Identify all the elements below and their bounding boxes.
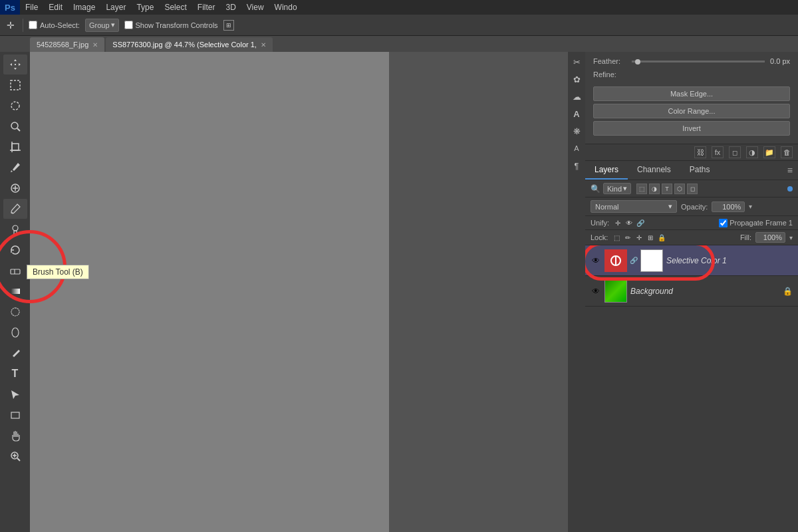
tab-channels[interactable]: Channels: [628, 161, 680, 180]
layers-fx-icon[interactable]: fx: [712, 146, 724, 158]
menu-filter[interactable]: Filter: [192, 0, 221, 15]
layer-background[interactable]: 👁 Background 🔒: [585, 276, 798, 307]
canvas-area[interactable]: [30, 52, 568, 532]
move-tool-btn[interactable]: [3, 55, 27, 74]
lock-all-icon[interactable]: 🔒: [657, 233, 666, 242]
history-brush-tool-btn[interactable]: [3, 240, 27, 260]
path-select-tool-btn[interactable]: [3, 384, 27, 404]
menu-type[interactable]: Type: [131, 0, 159, 15]
layers-trash-icon[interactable]: 🗑: [781, 146, 793, 158]
layer-link-selective[interactable]: 🔗: [630, 257, 637, 264]
heal-tool-btn[interactable]: [3, 178, 27, 198]
opacity-value[interactable]: 100%: [712, 201, 745, 212]
kind-pixel-icon[interactable]: ⬚: [636, 184, 647, 194]
dodge-tool-btn[interactable]: [3, 323, 27, 342]
lasso-tool-btn[interactable]: [3, 96, 27, 116]
group-label: Group: [89, 21, 110, 29]
rstrip-flower[interactable]: ❋: [569, 124, 584, 138]
feather-row: Feather: 0.0 px: [593, 57, 790, 65]
menu-image[interactable]: Image: [68, 0, 100, 15]
tab-file2[interactable]: SS8776300.jpg @ 44.7% (Selective Color 1…: [106, 37, 273, 52]
kind-label: Kind: [607, 185, 622, 193]
layers-unify-row: Unify: ✛ 👁 🔗 Propagate Frame 1: [585, 216, 798, 230]
menu-select[interactable]: Select: [159, 0, 192, 15]
mask-edge-button[interactable]: Mask Edge...: [593, 86, 790, 101]
rstrip-para[interactable]: ¶: [569, 158, 584, 173]
lock-transparency-icon[interactable]: ⬚: [612, 233, 621, 242]
rstrip-scissors[interactable]: ✂: [569, 55, 584, 69]
shape-tool-btn[interactable]: [3, 405, 27, 425]
kind-shape-icon[interactable]: ⬡: [674, 184, 685, 194]
group-dropdown[interactable]: Group ▾: [85, 19, 119, 32]
invert-button[interactable]: Invert: [593, 121, 790, 136]
propagate-checkbox[interactable]: [719, 219, 728, 227]
unify-eye-icon[interactable]: 👁: [624, 218, 634, 227]
align-icon[interactable]: ⊞: [223, 20, 234, 31]
auto-select-checkbox-label[interactable]: Auto-Select:: [29, 21, 80, 29]
menu-3d[interactable]: 3D: [220, 0, 241, 15]
propagate-frame-row: Propagate Frame 1: [719, 219, 793, 227]
tab-close-2[interactable]: ✕: [261, 41, 266, 49]
tab-close-1[interactable]: ✕: [92, 41, 98, 49]
eyedropper-tool-btn[interactable]: [3, 158, 27, 178]
rstrip-cloud[interactable]: ☁: [569, 89, 584, 104]
fill-arrow[interactable]: ▾: [789, 234, 793, 241]
tab-paths[interactable]: Paths: [680, 161, 720, 180]
brush-tool-btn[interactable]: [3, 199, 27, 219]
layer-eye-background[interactable]: 👁: [591, 286, 601, 297]
svg-rect-13: [11, 269, 20, 274]
feather-slider[interactable]: [632, 61, 765, 63]
lock-move-icon[interactable]: ✛: [634, 233, 644, 242]
layers-menu-button[interactable]: ≡: [782, 162, 798, 178]
auto-select-checkbox[interactable]: [29, 21, 37, 29]
lock-artboard-icon[interactable]: ⊞: [646, 233, 655, 242]
layers-mask-icon[interactable]: ◻: [729, 146, 741, 158]
quick-select-tool-btn[interactable]: [3, 116, 27, 136]
show-transform-checkbox-label[interactable]: Show Transform Controls: [124, 21, 218, 29]
svg-line-4: [17, 128, 20, 131]
ps-logo: Ps: [0, 0, 20, 15]
rstrip-A[interactable]: A: [569, 106, 584, 121]
stamp-tool-btn[interactable]: [3, 219, 27, 239]
kind-adj-icon[interactable]: ◑: [649, 184, 660, 194]
tab-layers[interactable]: Layers: [585, 161, 628, 180]
marquee-rect-tool-btn[interactable]: [3, 75, 27, 95]
feather-label: Feather:: [593, 57, 626, 65]
rstrip-brush[interactable]: ✿: [569, 72, 584, 86]
type-tool-btn[interactable]: T: [3, 364, 27, 384]
menu-view[interactable]: View: [241, 0, 269, 15]
rstrip-A2[interactable]: A: [569, 141, 584, 156]
blur-tool-btn[interactable]: [3, 302, 27, 322]
layer-selective-color-1[interactable]: 👁 🔗 Selective Color 1: [585, 245, 798, 276]
kind-smart-icon[interactable]: ◻: [687, 184, 698, 194]
layers-adj-icon[interactable]: ◑: [746, 146, 758, 158]
kind-type-icon[interactable]: T: [662, 184, 672, 194]
menu-edit[interactable]: Edit: [43, 0, 68, 15]
lock-paint-icon[interactable]: ✏: [623, 233, 632, 242]
menu-bar: Ps File Edit Image Layer Type Select Fil…: [0, 0, 798, 15]
opacity-arrow[interactable]: ▾: [749, 203, 752, 210]
color-range-button[interactable]: Color Range...: [593, 104, 790, 118]
fill-value[interactable]: 100%: [755, 232, 785, 243]
layers-lock-row: Lock: ⬚ ✏ ✛ ⊞ 🔒 Fill: 100% ▾: [585, 230, 798, 245]
layer-lock-background: 🔒: [783, 287, 793, 296]
show-transform-checkbox[interactable]: [124, 21, 133, 29]
zoom-tool-btn[interactable]: [3, 446, 27, 466]
blend-mode-dropdown[interactable]: Normal ▾: [591, 200, 677, 213]
hand-tool-btn[interactable]: [3, 426, 27, 446]
crop-tool-btn[interactable]: [3, 137, 27, 157]
menu-window[interactable]: Windo: [269, 0, 303, 15]
layers-kind-dropdown[interactable]: Kind ▾: [603, 183, 631, 194]
menu-layer[interactable]: Layer: [100, 0, 131, 15]
unify-style-icon[interactable]: 🔗: [636, 218, 645, 227]
layer-eye-selective[interactable]: 👁: [591, 255, 601, 266]
eraser-tool-btn[interactable]: [3, 261, 27, 281]
gradient-tool-btn[interactable]: [3, 281, 27, 301]
unify-pos-icon[interactable]: ✛: [613, 218, 622, 227]
tab-file1[interactable]: 54528568_F.jpg ✕: [30, 37, 104, 52]
pen-tool-btn[interactable]: [3, 343, 27, 363]
layers-link-icon[interactable]: ⛓: [694, 146, 706, 158]
layers-folder-icon[interactable]: 📁: [763, 146, 775, 158]
menu-file[interactable]: File: [20, 0, 43, 15]
move-tool-icon[interactable]: ✛: [4, 19, 17, 32]
